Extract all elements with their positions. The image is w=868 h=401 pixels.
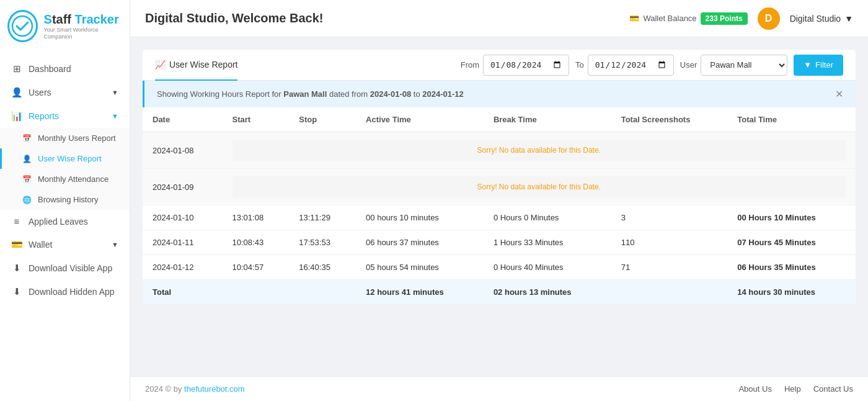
reports-icon: 📊 bbox=[11, 110, 22, 122]
help-link[interactable]: Help bbox=[784, 384, 801, 394]
tab-bar: 📈 User Wise Report From To User bbox=[143, 50, 856, 81]
filter-button[interactable]: ▼ Filter bbox=[794, 55, 843, 76]
sidebar-item-download-hidden-app[interactable]: ⬇ Download Hidden App bbox=[0, 280, 130, 304]
users-arrow-icon: ▼ bbox=[112, 89, 118, 96]
wallet-balance: 💳 Wallet Balance 233 Points bbox=[629, 12, 747, 25]
cell-stop: 16:40:35 bbox=[289, 255, 356, 280]
download-hidden-icon: ⬇ bbox=[11, 286, 22, 297]
cell-date: 2024-01-08 bbox=[143, 132, 223, 169]
monthly-attendance-icon: 📅 bbox=[22, 175, 32, 184]
svg-point-0 bbox=[12, 16, 32, 36]
cell-break-time: 0 Hours 0 Minutes bbox=[484, 205, 611, 230]
col-break-time: Break Time bbox=[484, 107, 611, 132]
table-row: 2024-01-12 10:04:57 16:40:35 05 hours 54… bbox=[143, 255, 856, 280]
points-badge: 233 Points bbox=[701, 12, 748, 25]
cell-total-time: 07 Hours 45 Minutes bbox=[727, 230, 856, 255]
sidebar-item-wallet[interactable]: 💳 Wallet ▼ bbox=[0, 233, 130, 256]
close-icon[interactable]: ✕ bbox=[835, 88, 843, 100]
footer-link[interactable]: thefuturebot.com bbox=[184, 384, 245, 394]
cell-active-time: 00 hours 10 minutes bbox=[356, 205, 484, 230]
cell-screenshots: 110 bbox=[611, 230, 728, 255]
cell-break-time: 0 Hours 40 Minutes bbox=[484, 255, 611, 280]
contact-us-link[interactable]: Contact Us bbox=[813, 384, 853, 394]
cell-stop: 17:53:53 bbox=[289, 230, 356, 255]
sidebar-logo: Staff Tracker Your Smart Workforce Compa… bbox=[0, 0, 130, 52]
cell-no-data: Sorry! No data available for this Date. bbox=[223, 169, 856, 205]
cell-total-time: 06 Hours 35 Minutes bbox=[727, 255, 856, 280]
cell-date: 2024-01-12 bbox=[143, 255, 223, 280]
from-date-input[interactable] bbox=[483, 55, 569, 76]
sidebar-item-dashboard[interactable]: ⊞ Dashboard bbox=[0, 57, 130, 81]
monthly-users-icon: 📅 bbox=[22, 134, 32, 143]
cell-screenshots: 71 bbox=[611, 255, 728, 280]
footer-copyright: 2024 © by thefuturebot.com bbox=[145, 384, 245, 394]
to-filter-group: To bbox=[575, 55, 674, 76]
user-dropdown[interactable]: Digital Studio ▼ bbox=[790, 14, 853, 24]
filter-icon: ▼ bbox=[804, 60, 812, 70]
sidebar-item-applied-leaves[interactable]: ≡ Applied Leaves bbox=[0, 210, 130, 233]
avatar: D bbox=[758, 7, 780, 30]
cell-total-stop bbox=[289, 280, 356, 305]
cell-total-active: 12 hours 41 minutes bbox=[356, 280, 484, 305]
cell-no-data: Sorry! No data available for this Date. bbox=[223, 132, 856, 169]
report-table: Date Start Stop Active Time Break Time T… bbox=[143, 107, 856, 305]
cell-start: 10:04:57 bbox=[223, 255, 290, 280]
sidebar-item-download-visible-app[interactable]: ⬇ Download Visible App bbox=[0, 256, 130, 280]
sidebar-item-reports[interactable]: 📊 Reports ▼ bbox=[0, 104, 130, 128]
tab-user-wise-report[interactable]: 📈 User Wise Report bbox=[155, 50, 237, 81]
from-label: From bbox=[461, 60, 479, 70]
user-wise-icon: 👤 bbox=[22, 155, 32, 163]
cell-active-time: 05 hours 54 minutes bbox=[356, 255, 484, 280]
col-start: Start bbox=[223, 107, 290, 132]
dashboard-icon: ⊞ bbox=[11, 63, 22, 74]
to-label: To bbox=[575, 60, 584, 70]
page-title: Digital Studio, Welcome Back! bbox=[145, 11, 323, 25]
download-visible-icon: ⬇ bbox=[11, 263, 22, 274]
sidebar-item-users[interactable]: 👤 Users ▼ bbox=[0, 81, 130, 104]
cell-total-time: 14 hours 30 minutes bbox=[727, 280, 856, 305]
sidebar-item-monthly-users-report[interactable]: 📅 Monthly Users Report bbox=[0, 128, 130, 148]
cell-start: 13:01:08 bbox=[223, 205, 290, 230]
leaves-icon: ≡ bbox=[11, 216, 22, 227]
banner-text: Showing Working Hours Report for Pawan M… bbox=[157, 89, 464, 99]
wallet-arrow-icon: ▼ bbox=[112, 241, 118, 248]
reports-arrow-icon: ▼ bbox=[112, 112, 118, 120]
user-select[interactable]: Pawan Mall bbox=[701, 55, 787, 76]
user-label: User bbox=[680, 60, 697, 70]
main-content: Digital Studio, Welcome Back! 💳 Wallet B… bbox=[130, 0, 868, 401]
from-filter-group: From bbox=[461, 55, 569, 76]
cell-total-start bbox=[223, 280, 290, 305]
header-right: 💳 Wallet Balance 233 Points D Digital St… bbox=[629, 7, 853, 30]
user-filter-group: User Pawan Mall bbox=[680, 55, 787, 76]
table-row: 2024-01-08 Sorry! No data available for … bbox=[143, 132, 856, 169]
footer: 2024 © by thefuturebot.com About Us Help… bbox=[130, 376, 868, 401]
cell-stop: 13:11:29 bbox=[289, 205, 356, 230]
col-date: Date bbox=[143, 107, 223, 132]
cell-total-screenshots bbox=[611, 280, 728, 305]
cell-active-time: 06 hours 37 minutes bbox=[356, 230, 484, 255]
to-date-input[interactable] bbox=[588, 55, 674, 76]
table-row: 2024-01-11 10:08:43 17:53:53 06 hours 37… bbox=[143, 230, 856, 255]
report-card: 📈 User Wise Report From To User bbox=[143, 50, 856, 305]
cell-start: 10:08:43 bbox=[223, 230, 290, 255]
logo-icon bbox=[7, 10, 38, 42]
cell-total-label: Total bbox=[143, 280, 223, 305]
cell-screenshots: 3 bbox=[611, 205, 728, 230]
cell-date: 2024-01-10 bbox=[143, 205, 223, 230]
col-stop: Stop bbox=[289, 107, 356, 132]
logo-text: Staff Tracker Your Smart Workforce Compa… bbox=[44, 12, 122, 40]
users-icon: 👤 bbox=[11, 87, 22, 98]
sidebar-item-browsing-history[interactable]: 🌐 Browsing History bbox=[0, 189, 130, 210]
table-header-row: Date Start Stop Active Time Break Time T… bbox=[143, 107, 856, 132]
cell-date: 2024-01-09 bbox=[143, 169, 223, 205]
cell-total-time: 00 Hours 10 Minutes bbox=[727, 205, 856, 230]
tab-icon: 📈 bbox=[155, 60, 166, 70]
cell-date: 2024-01-11 bbox=[143, 230, 223, 255]
sidebar-item-user-wise-report[interactable]: 👤 User Wise Report bbox=[0, 148, 130, 169]
sidebar-nav: ⊞ Dashboard 👤 Users ▼ 📊 Reports ▼ 📅 Mont… bbox=[0, 52, 130, 401]
sidebar-item-monthly-attendance[interactable]: 📅 Monthly Attendance bbox=[0, 169, 130, 189]
reports-submenu: 📅 Monthly Users Report 👤 User Wise Repor… bbox=[0, 128, 130, 210]
info-banner: Showing Working Hours Report for Pawan M… bbox=[143, 81, 856, 107]
content-area: 📈 User Wise Report From To User bbox=[130, 37, 868, 376]
about-us-link[interactable]: About Us bbox=[738, 384, 771, 394]
